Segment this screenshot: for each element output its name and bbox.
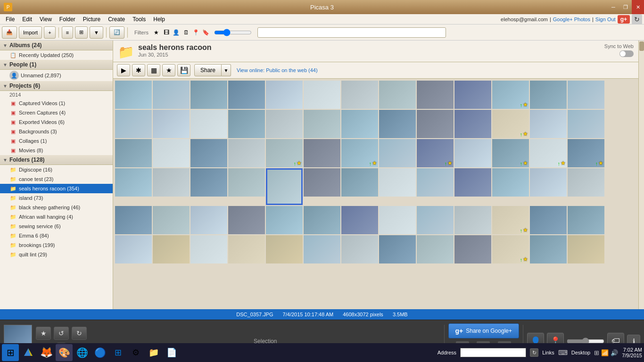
minimize-button[interactable]: ─ (607, 0, 619, 14)
photo-thumb[interactable] (115, 206, 152, 234)
photo-thumb-selected[interactable] (266, 168, 303, 205)
photo-thumb[interactable] (530, 206, 567, 234)
photo-thumb[interactable] (304, 206, 340, 234)
photo-thumb[interactable] (228, 168, 265, 197)
photo-thumb[interactable]: ↑ ★ (492, 81, 529, 109)
photo-thumb[interactable] (266, 206, 303, 234)
photo-thumb[interactable] (190, 139, 227, 167)
restore-button[interactable]: ❐ (619, 0, 632, 14)
search-input[interactable] (257, 27, 446, 38)
activity-button[interactable]: 🔄 (109, 26, 124, 39)
sidebar-item-unnamed[interactable]: 👤 Unnamed (2,897) (0, 70, 113, 81)
sync-toggle[interactable] (619, 50, 634, 57)
share-button[interactable]: Share (194, 64, 222, 76)
photo-thumb[interactable] (530, 110, 567, 138)
photo-thumb[interactable] (115, 110, 152, 138)
sidebar-item-collages[interactable]: ▣ Collages (1) (0, 136, 113, 146)
menu-file[interactable]: File (2, 15, 18, 24)
photo-thumb[interactable] (341, 235, 378, 263)
photo-thumb[interactable] (115, 81, 152, 109)
taskbar-start-button[interactable]: ⊞ (2, 344, 19, 361)
photo-thumb[interactable] (115, 139, 152, 167)
photo-thumb[interactable] (153, 81, 190, 109)
photo-thumb[interactable] (190, 81, 227, 109)
taskbar-picasa[interactable]: 🎨 (56, 344, 73, 361)
folders-section-header[interactable]: ▼ Folders (128) (0, 155, 113, 165)
photo-thumb[interactable] (115, 168, 152, 197)
photo-thumb[interactable] (568, 206, 604, 234)
taskbar-folder[interactable]: 📁 (145, 344, 162, 361)
sidebar-item-african-wall[interactable]: 📁 African wall hanging (4) (0, 212, 113, 222)
photo-thumb[interactable] (266, 235, 303, 263)
sidebar-scrollbar[interactable] (638, 41, 644, 309)
photo-thumb[interactable] (266, 81, 303, 109)
photo-thumb[interactable] (530, 168, 567, 197)
sidebar-item-captured-videos[interactable]: ▣ Captured Videos (1) (0, 99, 113, 108)
photo-thumb[interactable] (454, 81, 491, 109)
photo-thumb[interactable] (153, 110, 190, 138)
photo-thumb[interactable]: ↑ ★ (492, 235, 529, 263)
sidebar-item-exported-videos[interactable]: ▣ Exported Videos (6) (0, 117, 113, 127)
photo-thumb[interactable] (266, 110, 303, 138)
menu-folder[interactable]: Folder (56, 15, 79, 24)
photo-thumb[interactable] (304, 235, 340, 263)
photo-thumb[interactable] (492, 168, 529, 197)
photo-thumb[interactable] (417, 206, 454, 234)
star-button[interactable]: ★ (162, 64, 175, 76)
save-button[interactable]: 💾 (177, 64, 190, 76)
sidebar-item-island[interactable]: 📁 island (73) (0, 193, 113, 203)
filter-calendar[interactable]: 🗓 (182, 28, 190, 37)
photo-thumb[interactable] (454, 139, 491, 167)
photo-thumb[interactable] (379, 206, 416, 234)
photo-thumb[interactable] (530, 81, 567, 109)
collage-button[interactable]: ▦ (147, 64, 160, 76)
photo-thumb[interactable] (115, 235, 152, 263)
photo-thumb[interactable] (379, 168, 416, 197)
photo-thumb[interactable]: ↑ ★ (568, 139, 604, 167)
taskbar-chrome[interactable]: 🔵 (91, 344, 108, 361)
photo-thumb[interactable] (228, 110, 265, 138)
filter-bookmark[interactable]: 🔖 (202, 28, 210, 37)
address-refresh-button[interactable]: ↻ (530, 348, 538, 357)
photo-thumb[interactable] (568, 168, 604, 197)
photo-thumb[interactable] (417, 81, 454, 109)
photo-thumb[interactable] (153, 235, 190, 263)
photo-thumb[interactable] (379, 139, 416, 167)
sidebar-item-movies[interactable]: ▣ Movies (8) (0, 146, 113, 155)
sidebar-item-emma-6[interactable]: 📁 Emma 6 (84) (0, 231, 113, 240)
filter-person[interactable]: 👤 (172, 28, 181, 37)
photo-thumb[interactable] (454, 235, 491, 263)
view-online-link[interactable]: View online: Public on the web (44) (237, 67, 318, 73)
photo-thumb[interactable] (228, 206, 265, 234)
sidebar-item-brookings[interactable]: 📁 brookings (199) (0, 240, 113, 250)
menu-help[interactable]: Help (149, 15, 169, 24)
photo-thumb[interactable] (304, 110, 340, 138)
photo-thumb[interactable] (568, 110, 604, 138)
sidebar-item-screen-captures[interactable]: ▣ Screen Captures (4) (0, 108, 113, 117)
sidebar-item-sewing-service[interactable]: 📁 sewing service (6) (0, 222, 113, 231)
list-view-button[interactable]: ≡ (62, 26, 73, 39)
projects-section-header[interactable]: ▼ Projects (6) (0, 81, 113, 91)
taskbar-ie[interactable]: 🌐 (74, 344, 91, 361)
photo-thumb[interactable] (304, 139, 340, 167)
taskbar-document[interactable]: 📄 (163, 344, 180, 361)
photo-thumb[interactable] (304, 81, 340, 109)
photo-thumb[interactable] (341, 168, 378, 197)
photo-thumb[interactable] (417, 168, 454, 197)
import-dropdown[interactable]: 📥 (2, 26, 17, 39)
sidebar-item-black-sheep[interactable]: 📁 black sheep gathering (46) (0, 203, 113, 212)
taskbar-windows[interactable]: ⊞ (109, 344, 126, 361)
gplus-button[interactable]: g+ (618, 15, 630, 24)
share-dropdown[interactable]: ▼ (222, 64, 231, 76)
sidebar-item-recently-updated[interactable]: 📋 Recently Updated (250) (0, 50, 113, 60)
sidebar-item-digiscope[interactable]: 📁 Digiscope (16) (0, 165, 113, 174)
photo-thumb[interactable] (454, 110, 491, 138)
photo-thumb[interactable] (153, 206, 190, 234)
photo-thumb[interactable] (568, 235, 604, 263)
photo-thumb[interactable] (530, 235, 567, 263)
albums-section-header[interactable]: ▼ Albums (24) (0, 41, 113, 50)
photo-thumb[interactable]: ↑ ★ (492, 206, 529, 234)
photo-thumb[interactable] (379, 81, 416, 109)
photo-thumb[interactable] (341, 81, 378, 109)
photo-thumb[interactable]: ↑ ★ (530, 139, 567, 167)
